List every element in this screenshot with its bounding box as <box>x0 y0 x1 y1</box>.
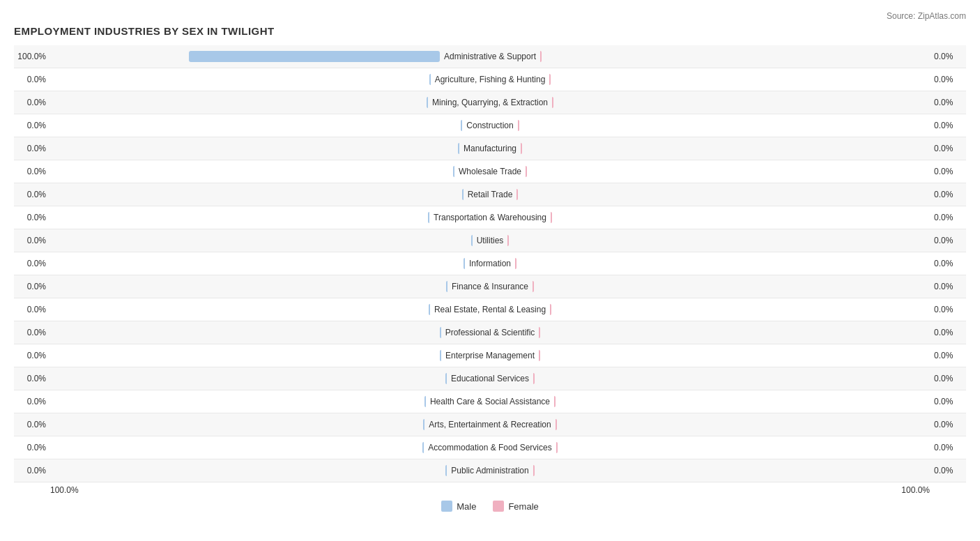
bars-wrapper: Real Estate, Rental & Leasing <box>50 302 930 317</box>
female-bar <box>521 143 522 154</box>
female-bar <box>549 74 551 85</box>
female-bar-area <box>539 325 930 340</box>
female-bar <box>552 97 553 108</box>
right-value: 0.0% <box>930 144 966 153</box>
chart-area: 100.0% Administrative & Support 0.0% 0.0… <box>14 45 966 482</box>
chart-row: 0.0% Finance & Insurance 0.0% <box>14 275 966 298</box>
female-bar-area <box>540 49 930 64</box>
bar-container: Arts, Entertainment & Recreation <box>50 413 930 436</box>
legend-female: Female <box>493 501 538 512</box>
bars-wrapper: Utilities <box>50 233 930 248</box>
female-bar <box>518 120 519 131</box>
female-bar-area <box>551 210 930 225</box>
chart-row: 0.0% Educational Services 0.0% <box>14 367 966 390</box>
male-bar-area <box>50 141 459 156</box>
source-label: Source: ZipAtlas.com <box>14 11 966 21</box>
bars-wrapper: Agriculture, Fishing & Hunting <box>50 72 930 87</box>
bar-container: Agriculture, Fishing & Hunting <box>50 68 930 91</box>
female-bar-area <box>507 233 930 248</box>
chart-row: 0.0% Professional & Scientific 0.0% <box>14 321 966 344</box>
female-bar <box>515 258 516 269</box>
bars-wrapper: Educational Services <box>50 371 930 386</box>
bars-wrapper: Public Administration <box>50 463 930 478</box>
female-bar <box>539 350 540 361</box>
right-value: 0.0% <box>930 328 966 337</box>
bars-wrapper: Mining, Quarrying, & Extraction <box>50 95 930 110</box>
female-bar <box>533 373 535 384</box>
chart-row: 0.0% Construction 0.0% <box>14 114 966 137</box>
industry-label: Manufacturing <box>459 144 521 153</box>
left-value: 0.0% <box>14 443 50 452</box>
female-swatch <box>493 501 504 512</box>
industry-label: Accommodation & Food Services <box>424 443 556 452</box>
female-bar-area <box>554 394 930 409</box>
bar-container: Retail Trade <box>50 183 930 206</box>
bars-wrapper: Construction <box>50 118 930 133</box>
female-bar-area <box>539 348 930 363</box>
chart-row: 0.0% Wholesale Trade 0.0% <box>14 160 966 183</box>
male-bar-area <box>50 302 430 317</box>
male-bar-area <box>50 256 465 271</box>
bars-wrapper: Enterprise Management <box>50 348 930 363</box>
female-bar <box>540 51 542 62</box>
industry-label: Wholesale Trade <box>454 167 526 176</box>
industry-label: Arts, Entertainment & Recreation <box>424 420 555 429</box>
industry-label: Public Administration <box>447 466 533 475</box>
right-value: 0.0% <box>930 466 966 475</box>
left-value: 0.0% <box>14 75 50 84</box>
bar-container: Real Estate, Rental & Leasing <box>50 298 930 321</box>
male-bar <box>189 51 440 62</box>
chart-row: 0.0% Arts, Entertainment & Recreation 0.… <box>14 413 966 436</box>
chart-row: 0.0% Manufacturing 0.0% <box>14 137 966 160</box>
left-value: 0.0% <box>14 259 50 268</box>
left-value: 0.0% <box>14 420 50 429</box>
bar-container: Professional & Scientific <box>50 321 930 344</box>
female-bar-area <box>518 118 930 133</box>
bottom-left-label: 100.0% <box>50 485 79 495</box>
female-bar-area <box>549 72 930 87</box>
left-value: 0.0% <box>14 121 50 130</box>
bar-container: Health Care & Social Assistance <box>50 390 930 413</box>
male-bar-area <box>50 440 424 455</box>
left-value: 0.0% <box>14 98 50 107</box>
male-bar-area <box>50 463 447 478</box>
bars-wrapper: Administrative & Support <box>50 49 930 64</box>
left-value: 0.0% <box>14 351 50 360</box>
female-bar <box>556 419 557 430</box>
right-value: 0.0% <box>930 259 966 268</box>
male-label: Male <box>457 501 476 512</box>
left-value: 0.0% <box>14 397 50 406</box>
male-bar-area <box>50 95 428 110</box>
bar-container: Construction <box>50 114 930 137</box>
right-value: 0.0% <box>930 52 966 61</box>
bar-container: Manufacturing <box>50 137 930 160</box>
bars-wrapper: Information <box>50 256 930 271</box>
industry-label: Construction <box>462 121 517 130</box>
left-value: 0.0% <box>14 236 50 245</box>
female-bar-area <box>533 279 930 294</box>
left-value: 0.0% <box>14 328 50 337</box>
industry-label: Administrative & Support <box>440 52 540 61</box>
female-bar-area <box>526 164 930 179</box>
bottom-right-label: 100.0% <box>901 485 930 495</box>
chart-row: 0.0% Enterprise Management 0.0% <box>14 344 966 367</box>
left-value: 100.0% <box>14 52 50 61</box>
bar-container: Accommodation & Food Services <box>50 436 930 459</box>
chart-row: 0.0% Information 0.0% <box>14 252 966 275</box>
legend: Male Female <box>14 501 966 512</box>
chart-row: 0.0% Utilities 0.0% <box>14 229 966 252</box>
right-value: 0.0% <box>930 420 966 429</box>
industry-label: Professional & Scientific <box>441 328 539 337</box>
right-value: 0.0% <box>930 282 966 291</box>
bar-container: Educational Services <box>50 367 930 390</box>
male-bar-area <box>50 279 447 294</box>
male-bar-area <box>50 72 431 87</box>
male-bar-area <box>50 371 447 386</box>
right-value: 0.0% <box>930 236 966 245</box>
industry-label: Finance & Insurance <box>447 282 533 291</box>
female-bar <box>533 465 535 476</box>
bar-container: Administrative & Support <box>50 45 930 68</box>
male-bar-area <box>50 348 441 363</box>
female-bar-area <box>552 95 930 110</box>
right-value: 0.0% <box>930 75 966 84</box>
